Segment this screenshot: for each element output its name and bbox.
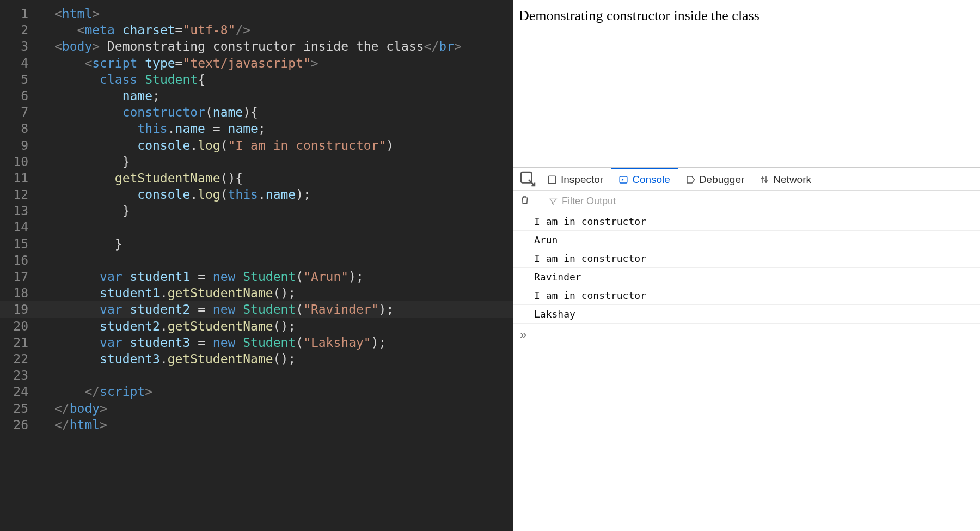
code-area[interactable]: <html> <meta charset="utf-8"/><body> Dem… — [54, 5, 513, 433]
code-line[interactable]: </script> — [54, 383, 513, 400]
line-number: 26 — [0, 417, 38, 433]
console-output: I am in constructorArunI am in construct… — [513, 212, 980, 324]
code-line[interactable]: } — [54, 203, 513, 219]
line-number: 3 — [0, 38, 38, 54]
code-line[interactable]: this.name = name; — [54, 120, 513, 137]
line-number: 11 — [0, 170, 38, 186]
code-line[interactable]: </body> — [54, 400, 513, 417]
line-number: 14 — [0, 219, 38, 235]
console-icon — [618, 175, 628, 185]
line-number: 21 — [0, 334, 38, 351]
code-line[interactable]: <script type="text/javascript"> — [54, 55, 513, 71]
console-prompt[interactable]: » — [513, 324, 980, 346]
devtools-tabbar: Inspector Console Debugger — [513, 168, 980, 191]
line-number: 22 — [0, 351, 38, 367]
code-line[interactable]: <meta charset="utf-8"/> — [54, 22, 513, 38]
console-row: I am in constructor — [513, 286, 980, 305]
line-number: 1 — [0, 5, 38, 22]
code-line[interactable]: student3.getStudentName(); — [54, 351, 513, 367]
tab-console-label: Console — [632, 174, 670, 186]
code-line[interactable]: name; — [54, 88, 513, 104]
console-toolbar: Filter Output — [513, 191, 980, 212]
console-row: Arun — [513, 231, 980, 249]
console-row: Ravinder — [513, 268, 980, 286]
svg-rect-1 — [548, 176, 556, 184]
code-line[interactable]: console.log("I am in constructor") — [54, 137, 513, 154]
line-number: 7 — [0, 104, 38, 120]
code-line[interactable]: student1.getStudentName(); — [54, 285, 513, 301]
line-number: 12 — [0, 186, 38, 203]
line-number: 24 — [0, 383, 38, 400]
console-filter[interactable]: Filter Output — [541, 191, 616, 212]
line-number: 17 — [0, 268, 38, 285]
line-number: 13 — [0, 203, 38, 219]
code-line[interactable]: <html> — [54, 5, 513, 22]
line-number: 18 — [0, 285, 38, 301]
line-number-gutter: 1234567891011121314151617181920212223242… — [0, 5, 38, 433]
line-number: 4 — [0, 55, 38, 71]
page-text: Demonstrating constructor inside the cla… — [519, 8, 759, 23]
line-number: 6 — [0, 88, 38, 104]
code-line[interactable]: class Student{ — [54, 71, 513, 88]
code-line[interactable]: var student2 = new Student("Ravinder"); — [0, 301, 513, 318]
tab-network-label: Network — [773, 174, 811, 186]
code-line[interactable]: <body> Demonstrating constructor inside … — [54, 38, 513, 54]
filter-icon — [549, 197, 558, 206]
trash-icon — [520, 195, 530, 205]
code-line[interactable]: student2.getStudentName(); — [54, 318, 513, 334]
line-number: 20 — [0, 318, 38, 334]
network-icon — [759, 175, 769, 185]
code-line[interactable] — [54, 367, 513, 383]
line-number: 9 — [0, 137, 38, 154]
clear-console-button[interactable] — [520, 195, 530, 207]
debugger-icon — [685, 175, 695, 185]
code-line[interactable]: constructor(name){ — [54, 104, 513, 120]
code-line[interactable]: console.log(this.name); — [54, 186, 513, 203]
element-picker-icon — [519, 170, 537, 188]
line-number: 10 — [0, 154, 38, 170]
code-line[interactable]: var student1 = new Student("Arun"); — [54, 268, 513, 285]
console-row: I am in constructor — [513, 249, 980, 268]
code-line[interactable]: </html> — [54, 417, 513, 433]
code-line[interactable]: } — [54, 154, 513, 170]
line-number: 15 — [0, 236, 38, 252]
line-number: 2 — [0, 22, 38, 38]
tab-debugger[interactable]: Debugger — [678, 168, 752, 190]
tab-debugger-label: Debugger — [699, 174, 744, 186]
rendered-page: Demonstrating constructor inside the cla… — [513, 0, 980, 168]
code-line[interactable]: var student3 = new Student("Lakshay"); — [54, 334, 513, 351]
line-number: 8 — [0, 120, 38, 137]
right-pane: Demonstrating constructor inside the cla… — [513, 0, 980, 531]
code-line[interactable] — [54, 252, 513, 268]
line-number: 23 — [0, 367, 38, 383]
element-picker-button[interactable] — [519, 168, 537, 190]
tab-network[interactable]: Network — [752, 168, 819, 190]
console-row: Lakshay — [513, 305, 980, 324]
tab-console[interactable]: Console — [611, 168, 678, 190]
devtools-panel: Inspector Console Debugger — [513, 168, 980, 531]
line-number: 5 — [0, 71, 38, 88]
code-line[interactable] — [54, 219, 513, 235]
code-editor[interactable]: 1234567891011121314151617181920212223242… — [0, 0, 513, 531]
tab-inspector-label: Inspector — [561, 174, 603, 186]
code-line[interactable]: getStudentName(){ — [54, 170, 513, 186]
code-line[interactable]: } — [54, 236, 513, 252]
tab-inspector[interactable]: Inspector — [540, 168, 611, 190]
console-filter-placeholder: Filter Output — [562, 196, 616, 207]
prompt-glyph: » — [520, 328, 526, 341]
inspector-icon — [547, 175, 557, 185]
line-number: 16 — [0, 252, 38, 268]
line-number: 25 — [0, 400, 38, 417]
console-row: I am in constructor — [513, 212, 980, 231]
